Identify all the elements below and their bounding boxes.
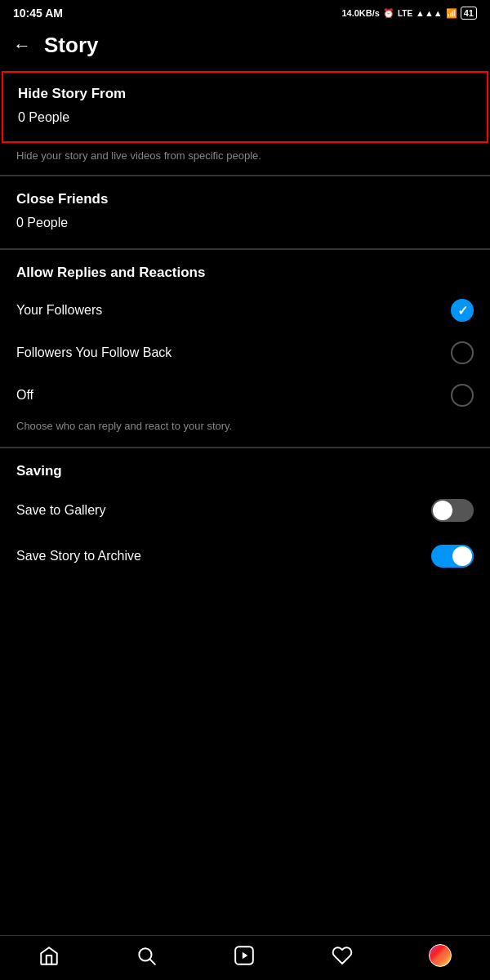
radio-circle-off[interactable] [451, 384, 474, 407]
saving-section: Saving Save to Gallery Save Story to Arc… [0, 448, 490, 594]
hide-story-value: 0 People [18, 110, 472, 125]
toggle-knob-gallery [433, 501, 452, 520]
radio-followers-you-follow-back[interactable]: Followers You Follow Back [16, 332, 474, 374]
replies-description: Choose who can reply and react to your s… [16, 416, 474, 432]
bottom-nav [0, 935, 490, 980]
hide-story-section[interactable]: Hide Story From 0 People [2, 71, 488, 143]
network-speed: 14.0KB/s [341, 8, 379, 18]
nav-profile[interactable] [429, 944, 452, 967]
wifi-icon: 📶 [446, 8, 457, 19]
close-friends-value: 0 People [16, 216, 474, 230]
nav-reels[interactable] [234, 945, 255, 966]
nav-search[interactable] [136, 945, 157, 966]
page-header: ← Story [0, 23, 490, 71]
time-display: 10:45 AM [13, 7, 63, 20]
radio-label-off: Off [16, 388, 33, 403]
hide-story-description: Hide your story and live videos from spe… [0, 143, 490, 175]
main-content: Hide Story From 0 People Hide your story… [0, 71, 490, 659]
status-icons: 14.0KB/s ⏰ LTE ▲▲▲ 📶 41 [341, 7, 477, 20]
allow-replies-section: Allow Replies and Reactions Your Followe… [0, 249, 490, 447]
avatar[interactable] [429, 944, 452, 967]
back-button[interactable]: ← [13, 35, 31, 56]
save-story-archive-row: Save Story to Archive [16, 533, 474, 579]
saving-title: Saving [16, 463, 474, 479]
save-to-gallery-row: Save to Gallery [16, 488, 474, 533]
close-friends-title: Close Friends [16, 191, 474, 207]
close-friends-section[interactable]: Close Friends 0 People [0, 176, 490, 248]
radio-your-followers[interactable]: Your Followers [16, 289, 474, 332]
radio-circle-followers[interactable] [451, 299, 474, 322]
nav-heart[interactable] [332, 945, 353, 966]
save-story-archive-toggle[interactable] [431, 545, 474, 568]
radio-label-followers: Your Followers [16, 303, 102, 318]
signal-icon: ▲▲▲ [416, 8, 443, 18]
status-bar: 10:45 AM 14.0KB/s ⏰ LTE ▲▲▲ 📶 41 [0, 0, 490, 23]
radio-label-follow-back: Followers You Follow Back [16, 345, 172, 360]
alarm-icon: ⏰ [383, 8, 394, 19]
save-story-archive-label: Save Story to Archive [16, 549, 141, 564]
lte-icon: LTE [398, 9, 412, 18]
toggle-knob-archive [452, 546, 472, 566]
svg-marker-3 [243, 952, 248, 960]
page-title: Story [44, 33, 98, 58]
radio-circle-follow-back[interactable] [451, 341, 474, 364]
allow-replies-title: Allow Replies and Reactions [16, 265, 474, 281]
hide-story-title: Hide Story From [18, 86, 472, 102]
radio-off[interactable]: Off [16, 374, 474, 416]
save-to-gallery-toggle[interactable] [431, 499, 474, 522]
battery-icon: 41 [461, 7, 477, 20]
svg-line-1 [150, 960, 155, 964]
save-to-gallery-label: Save to Gallery [16, 503, 105, 518]
nav-home[interactable] [38, 945, 60, 966]
